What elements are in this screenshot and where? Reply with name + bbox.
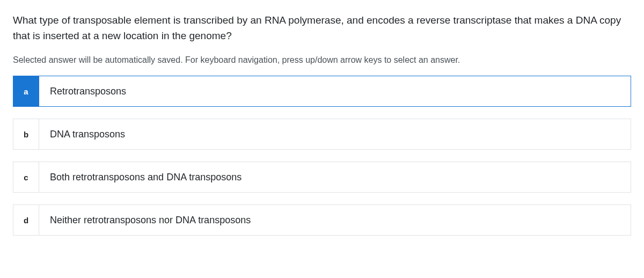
instruction-text: Selected answer will be automatically sa… (13, 55, 631, 65)
option-a[interactable]: a Retrotransposons (13, 76, 631, 107)
option-key-c: c (13, 162, 39, 192)
option-label-c: Both retrotransposons and DNA transposon… (39, 162, 631, 192)
option-c[interactable]: c Both retrotransposons and DNA transpos… (13, 162, 631, 193)
question-text: What type of transposable element is tra… (13, 13, 631, 43)
option-d[interactable]: d Neither retrotransposons nor DNA trans… (13, 204, 631, 236)
option-label-b: DNA transposons (39, 119, 631, 149)
option-key-d: d (13, 205, 39, 235)
option-label-d: Neither retrotransposons nor DNA transpo… (39, 205, 631, 235)
option-key-a: a (13, 76, 39, 106)
option-key-b: b (13, 119, 39, 149)
options-list: a Retrotransposons b DNA transposons c B… (13, 76, 631, 236)
option-b[interactable]: b DNA transposons (13, 119, 631, 150)
option-label-a: Retrotransposons (39, 76, 631, 106)
